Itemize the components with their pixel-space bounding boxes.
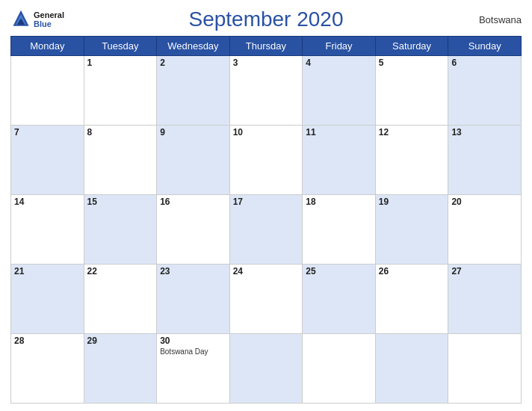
week-row-3: 14151617181920 — [11, 195, 522, 265]
weekday-friday: Friday — [303, 37, 376, 56]
calendar-cell: 18 — [303, 195, 376, 265]
day-number: 24 — [233, 266, 300, 276]
calendar-cell: 1 — [84, 56, 157, 126]
calendar-table: MondayTuesdayWednesdayThursdayFridaySatu… — [10, 36, 522, 404]
day-number: 3 — [233, 58, 300, 68]
calendar-cell — [11, 56, 84, 126]
calendar-cell: 3 — [229, 56, 303, 126]
calendar-cell: 6 — [448, 56, 522, 126]
day-number: 25 — [306, 266, 372, 276]
calendar-cell: 21 — [11, 265, 84, 334]
day-number: 9 — [160, 127, 226, 137]
calendar-cell — [229, 334, 303, 404]
calendar-header: General Blue September 2020 Botswana — [10, 7, 522, 31]
calendar-cell: 15 — [84, 195, 157, 265]
weekday-sunday: Sunday — [448, 37, 522, 56]
calendar-cell: 8 — [84, 126, 157, 195]
day-number: 22 — [87, 266, 154, 276]
calendar-cell: 13 — [448, 126, 522, 195]
day-number: 4 — [306, 58, 372, 68]
day-number: 15 — [87, 197, 154, 207]
week-row-4: 21222324252627 — [11, 265, 522, 334]
day-number: 18 — [306, 197, 372, 207]
logo-general-text: General — [34, 10, 64, 19]
calendar-cell: 24 — [229, 265, 303, 334]
calendar-cell: 27 — [448, 265, 522, 334]
day-number: 20 — [451, 197, 518, 207]
day-number: 10 — [233, 127, 300, 137]
day-number: 1 — [87, 58, 154, 68]
day-number: 17 — [233, 197, 300, 207]
calendar-title: September 2020 — [188, 7, 343, 31]
day-number: 16 — [160, 197, 226, 207]
calendar-cell: 23 — [157, 265, 230, 334]
calendar-cell: 12 — [375, 126, 448, 195]
weekday-header-row: MondayTuesdayWednesdayThursdayFridaySatu… — [11, 37, 522, 56]
calendar-cell: 19 — [375, 195, 448, 265]
day-number: 30 — [160, 336, 226, 346]
event-label: Botswana Day — [160, 347, 226, 356]
logo: General Blue — [10, 9, 64, 30]
calendar-cell: 29 — [84, 334, 157, 404]
logo-blue-text: Blue — [34, 19, 64, 28]
day-number: 26 — [379, 266, 445, 276]
weekday-saturday: Saturday — [375, 37, 448, 56]
week-row-2: 78910111213 — [11, 126, 522, 195]
weekday-thursday: Thursday — [229, 37, 303, 56]
day-number: 27 — [451, 266, 518, 276]
day-number: 11 — [306, 127, 372, 137]
calendar-cell: 9 — [157, 126, 230, 195]
calendar-cell: 5 — [375, 56, 448, 126]
day-number: 5 — [379, 58, 445, 68]
calendar-cell — [375, 334, 448, 404]
day-number: 23 — [160, 266, 226, 276]
day-number: 19 — [379, 197, 445, 207]
calendar-cell: 7 — [11, 126, 84, 195]
calendar-cell: 10 — [229, 126, 303, 195]
day-number: 21 — [14, 266, 81, 276]
logo-icon — [10, 9, 31, 30]
day-number: 2 — [160, 58, 226, 68]
week-row-5: 282930Botswana Day — [11, 334, 522, 404]
calendar-cell: 17 — [229, 195, 303, 265]
day-number: 12 — [379, 127, 445, 137]
day-number: 29 — [87, 336, 154, 346]
weekday-monday: Monday — [11, 37, 84, 56]
calendar-cell: 28 — [11, 334, 84, 404]
calendar-cell: 20 — [448, 195, 522, 265]
day-number: 7 — [14, 127, 81, 137]
calendar-cell: 26 — [375, 265, 448, 334]
day-number: 13 — [451, 127, 518, 137]
calendar-cell: 11 — [303, 126, 376, 195]
calendar-cell: 2 — [157, 56, 230, 126]
country-label: Botswana — [479, 14, 522, 25]
weekday-tuesday: Tuesday — [84, 37, 157, 56]
day-number: 14 — [14, 197, 81, 207]
calendar-cell: 4 — [303, 56, 376, 126]
day-number: 28 — [14, 336, 81, 346]
day-number: 6 — [451, 58, 518, 68]
calendar-cell — [448, 334, 522, 404]
calendar-cell: 16 — [157, 195, 230, 265]
day-number: 8 — [87, 127, 154, 137]
week-row-1: 123456 — [11, 56, 522, 126]
calendar-cell: 25 — [303, 265, 376, 334]
weekday-wednesday: Wednesday — [157, 37, 230, 56]
calendar-cell: 14 — [11, 195, 84, 265]
calendar-cell: 22 — [84, 265, 157, 334]
calendar-cell: 30Botswana Day — [157, 334, 230, 404]
calendar-cell — [303, 334, 376, 404]
